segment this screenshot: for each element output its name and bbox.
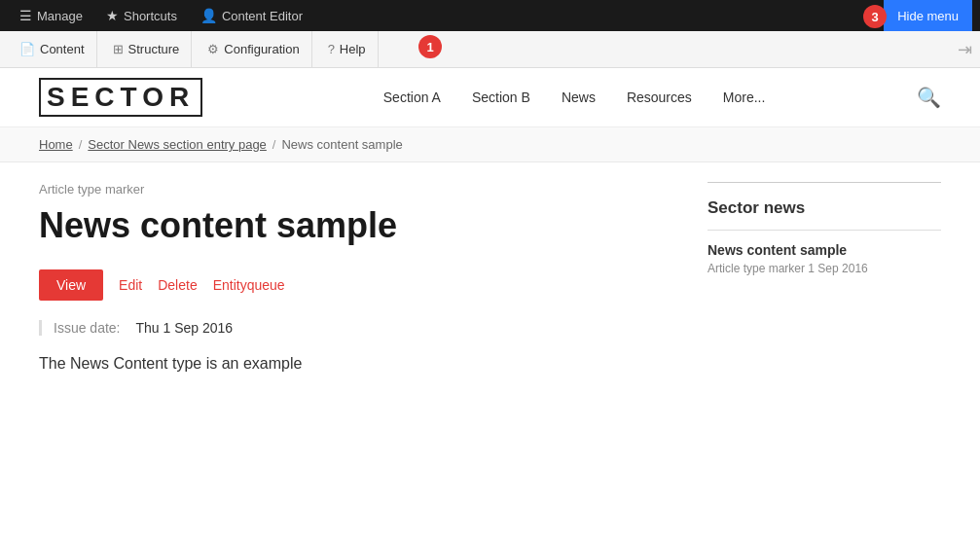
action-buttons: View Edit Delete Entityqueue: [39, 269, 669, 301]
hide-menu-button[interactable]: Hide menu: [884, 0, 972, 31]
article-type-marker: Article type marker: [39, 182, 669, 197]
issue-date-value: Thu 1 Sep 2016: [136, 320, 234, 336]
drupal-menu-structure-label: Structure: [128, 42, 180, 56]
sidebar-top-divider: [708, 182, 941, 183]
search-icon[interactable]: 🔍: [917, 86, 941, 109]
breadcrumb-sep-1: /: [79, 137, 83, 152]
annotation-badge-3: 3: [863, 5, 887, 28]
config-icon: ⚙: [207, 42, 219, 56]
drupal-menu-content[interactable]: 📄 Content: [8, 31, 97, 67]
site-nav: SECTOR Section A Section B News Resource…: [0, 68, 980, 127]
drupal-menu-content-label: Content: [40, 42, 85, 56]
breadcrumb: Home / Sector News section entry page / …: [0, 127, 980, 162]
help-icon: ?: [328, 42, 335, 56]
person-icon: 👤: [200, 8, 217, 23]
drupal-menu-config-label: Configuration: [224, 42, 299, 56]
page-icon: 📄: [19, 42, 35, 56]
nav-section-b[interactable]: Section B: [456, 84, 546, 111]
breadcrumb-section[interactable]: Sector News section entry page: [88, 137, 267, 152]
nav-resources[interactable]: Resources: [611, 84, 708, 111]
view-button[interactable]: View: [39, 269, 103, 301]
breadcrumb-sep-2: /: [272, 137, 276, 152]
menu-icon: ☰: [19, 8, 32, 23]
article-title: News content sample: [39, 204, 669, 246]
issue-date-row: Issue date: Thu 1 Sep 2016: [39, 320, 669, 336]
manage-label: Manage: [37, 9, 83, 23]
issue-date-label: Issue date:: [54, 320, 121, 336]
nav-links: Section A Section B News Resources More.…: [232, 84, 917, 111]
drupal-menu-help-label: Help: [340, 42, 366, 56]
drupal-menu: 📄 Content ⊞ Structure ⚙ Configuration ? …: [0, 31, 980, 68]
annotation-badge-1: 1: [418, 35, 442, 58]
nav-news[interactable]: News: [546, 84, 611, 111]
star-icon: ★: [106, 8, 119, 23]
sidebar-section-title: Sector news: [708, 198, 941, 218]
content-editor-menu-item[interactable]: 👤 Content Editor: [189, 0, 314, 31]
shortcuts-menu-item[interactable]: ★ Shortcuts: [94, 0, 189, 31]
sidebar-column: Sector news News content sample Article …: [708, 182, 941, 376]
admin-bar: ☰ Manage ★ Shortcuts 👤 Content Editor Hi…: [0, 0, 980, 31]
manage-menu-item[interactable]: ☰ Manage: [8, 0, 94, 31]
sidebar-news-title[interactable]: News content sample: [708, 242, 941, 258]
content-editor-label: Content Editor: [222, 9, 303, 23]
sidebar-mid-divider: [708, 230, 941, 231]
drupal-menu-help[interactable]: ? Help: [316, 31, 379, 67]
site-logo: SECTOR: [39, 78, 202, 117]
structure-icon: ⊞: [113, 42, 124, 56]
content-column: 2 Article type marker News content sampl…: [39, 182, 669, 376]
edit-button[interactable]: Edit: [119, 277, 142, 293]
drupal-menu-structure[interactable]: ⊞ Structure: [101, 31, 193, 67]
breadcrumb-current: News content sample: [281, 137, 402, 152]
drupal-menu-configuration[interactable]: ⚙ Configuration: [196, 31, 311, 67]
breadcrumb-home[interactable]: Home: [39, 137, 73, 152]
delete-button[interactable]: Delete: [158, 277, 197, 293]
nav-more[interactable]: More...: [708, 84, 781, 111]
drupal-menu-right: ⇥: [958, 39, 972, 60]
article-teaser: The News Content type is an example: [39, 351, 669, 376]
expand-icon: ⇥: [958, 39, 972, 60]
sidebar-news-meta: Article type marker 1 Sep 2016: [708, 262, 941, 275]
entityqueue-button[interactable]: Entityqueue: [213, 277, 285, 293]
main-area: 2 Article type marker News content sampl…: [0, 162, 980, 396]
nav-section-a[interactable]: Section A: [368, 84, 456, 111]
shortcuts-label: Shortcuts: [124, 9, 177, 23]
